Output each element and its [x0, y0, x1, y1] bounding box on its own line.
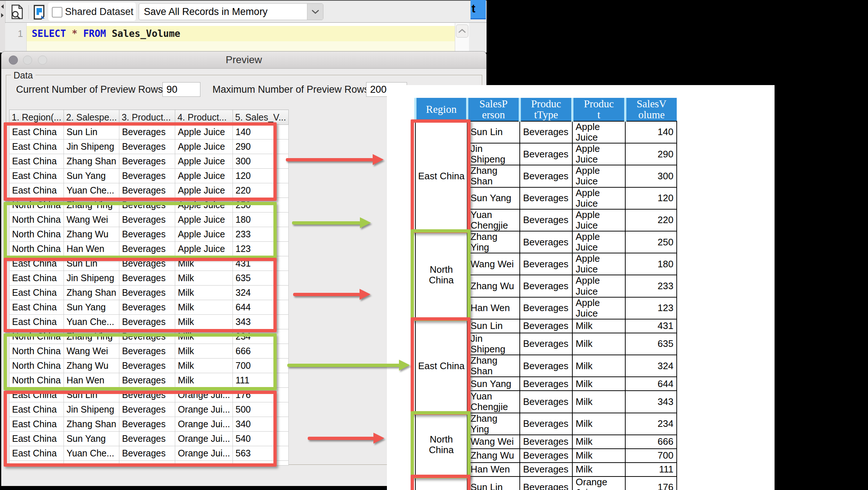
column-header: Produc t — [572, 98, 625, 121]
table-cell: Apple Juice — [572, 275, 625, 297]
table-cell: 300 — [625, 165, 677, 187]
table-cell: Wang Wei — [467, 253, 520, 275]
record-storage-value: Save All Records in Memory — [144, 4, 268, 20]
table-cell: Sun Yang — [467, 187, 520, 209]
table-cell: Milk — [572, 463, 625, 476]
store-dataset-icon[interactable] — [33, 4, 47, 22]
background-tab-fragment[interactable]: t — [471, 0, 486, 19]
line-number: 1 — [18, 26, 23, 41]
record-storage-select[interactable]: Save All Records in Memory — [139, 3, 323, 20]
table-cell: Zhang Ying — [467, 413, 520, 435]
table-cell: 140 — [625, 121, 677, 143]
editor-scrollbar[interactable] — [455, 23, 469, 53]
collapse-left-icon[interactable] — [1, 4, 4, 9]
current-rows-input[interactable] — [162, 82, 200, 97]
dataset-editor-window: Shared Dataset Save All Records in Memor… — [0, 0, 487, 53]
tab-fragment-text: t — [472, 2, 475, 15]
table-cell: Beverages — [520, 165, 572, 187]
sql-table-name: Sales_Volume — [112, 28, 180, 39]
table-cell: 233 — [625, 275, 677, 297]
table-cell: Apple Juice — [572, 297, 625, 319]
table-cell: Sun Lin — [467, 476, 520, 490]
table-cell: Beverages — [520, 355, 572, 377]
table-cell: 324 — [625, 355, 677, 377]
table-cell: 700 — [625, 449, 677, 463]
table-cell: 176 — [625, 476, 677, 490]
table-cell: 644 — [625, 377, 677, 391]
sql-query-text[interactable]: SELECT * FROM Sales_Volume — [32, 26, 180, 41]
table-cell: Jin Shipeng — [467, 333, 520, 355]
table-cell: 635 — [625, 333, 677, 355]
table-cell: Han Wen — [467, 297, 520, 319]
table-header-row: RegionSalesP ersonProduc tTypeProduc tSa… — [415, 98, 677, 121]
table-cell: Beverages — [520, 121, 572, 143]
table-cell: Apple Juice — [572, 165, 625, 187]
pane-splitter[interactable] — [0, 1, 5, 52]
table-cell: Beverages — [520, 463, 572, 476]
collapse-right-icon[interactable] — [1, 13, 4, 18]
table-cell: Apple Juice — [572, 231, 625, 253]
table-cell: 180 — [625, 253, 677, 275]
highlight-box-red — [4, 391, 277, 467]
shared-dataset-checkbox[interactable] — [52, 7, 62, 18]
table-cell: 220 — [625, 209, 677, 231]
table-cell: Yuan Chengjie — [467, 209, 520, 231]
table-cell: Beverages — [520, 143, 572, 165]
table-cell: Beverages — [520, 476, 572, 490]
scroll-up-button[interactable] — [456, 24, 468, 38]
table-cell: Milk — [572, 355, 625, 377]
screen: Shared Dataset Save All Records in Memor… — [0, 0, 868, 490]
column-header: SalesP erson — [467, 98, 520, 121]
title-bar[interactable]: Preview — [1, 51, 486, 69]
shared-dataset-label: Shared Dataset — [65, 3, 134, 21]
chevron-down-icon[interactable] — [307, 4, 323, 20]
toolbar-divider — [28, 5, 29, 19]
table-cell: 290 — [625, 143, 677, 165]
column-header: Region — [415, 98, 467, 121]
table-cell: Apple Juice — [572, 209, 625, 231]
toolbar: Shared Dataset Save All Records in Memor… — [5, 1, 487, 23]
preview-query-icon[interactable] — [10, 4, 24, 21]
table-cell: Beverages — [520, 253, 572, 275]
table-cell: Apple Juice — [572, 187, 625, 209]
table-cell: Zhang Shan — [467, 355, 520, 377]
table-cell: Beverages — [520, 319, 572, 333]
table-cell: 120 — [625, 187, 677, 209]
table-cell: Beverages — [520, 449, 572, 463]
table-cell: 111 — [625, 463, 677, 476]
merge-arrow-red — [308, 437, 374, 440]
table-cell: Beverages — [520, 391, 572, 413]
highlight-box-red — [4, 122, 277, 201]
table-cell: Milk — [572, 391, 625, 413]
highlight-box-green — [4, 333, 277, 390]
table-cell: Han Wen — [467, 463, 520, 476]
arrow-head-icon — [373, 154, 384, 165]
merge-arrow-green — [292, 221, 361, 225]
highlight-box-green — [411, 229, 471, 321]
table-cell: Beverages — [520, 377, 572, 391]
table-cell: Milk — [572, 449, 625, 463]
column-header: SalesV olume — [625, 98, 677, 121]
highlight-box-red — [411, 317, 471, 415]
table-cell: Beverages — [520, 413, 572, 435]
sql-keyword: FROM — [83, 28, 106, 39]
table-cell: Beverages — [520, 275, 572, 297]
table-cell: Zhang Ying — [467, 231, 520, 253]
table-cell: Beverages — [520, 209, 572, 231]
table-cell: Milk — [572, 319, 625, 333]
table-cell: Beverages — [520, 333, 572, 355]
table-cell: Milk — [572, 377, 625, 391]
highlight-box-green — [4, 202, 277, 259]
table-cell: Apple Juice — [572, 253, 625, 275]
table-cell: Apple Juice — [572, 143, 625, 165]
table-cell: 123 — [625, 297, 677, 319]
shared-dataset-option: Shared Dataset — [48, 3, 136, 21]
sql-editor[interactable]: 1 SELECT * FROM Sales_Volume — [5, 23, 469, 53]
table-cell: Beverages — [520, 297, 572, 319]
table-cell: 343 — [625, 391, 677, 413]
sql-keyword: SELECT — [32, 28, 66, 39]
table-cell: Orange Juice — [572, 476, 625, 490]
arrow-head-icon — [399, 360, 410, 371]
highlight-box-red — [4, 258, 277, 332]
table-cell: Zhang Shan — [467, 165, 520, 187]
